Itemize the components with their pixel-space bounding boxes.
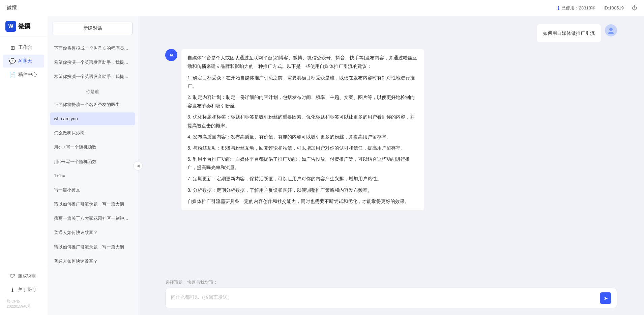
logo-area: W 微撰 [0, 16, 47, 36]
chat-icon: 💬 [9, 58, 16, 64]
list-item[interactable]: 请以如何推广引流为题，写一篇大纲 [50, 198, 135, 211]
sidebar-item-label: AI聊天 [18, 58, 32, 64]
avatar [605, 24, 617, 36]
conversation-list: 下面你将模拟成一个叫圣友的程序员，我说... 希望你扮演一个英语发音助手，我提供… [47, 41, 138, 315]
ai-message-para: 4. 发布高质量内容：发布高质量、有价值、有趣的内容可以吸引更多的粉丝，并提高用… [187, 133, 418, 141]
shield-icon: 🛡 [9, 273, 16, 279]
collapse-panel-button[interactable]: ◀ [133, 161, 143, 170]
ai-message-para: 3. 优化标题和标签：标题和标签是吸引粉丝的重要因素。优化标题和标签可以让更多的… [187, 113, 418, 130]
sidebar-item-copyright[interactable]: 🛡 版权说明 [3, 270, 44, 283]
info-icon: ℹ [558, 5, 559, 11]
quick-topics-label: 选择话题，快速与我对话： [165, 279, 617, 285]
list-item[interactable]: 希望你扮演一个英语发音助手，我提供给你... [50, 56, 135, 69]
list-item[interactable]: 普通人如何快速致富？ [50, 226, 135, 239]
conv-section-label: 你是谁 [50, 85, 135, 97]
chat-input-area: 选择话题，快速与我对话： ➤ [138, 275, 644, 315]
list-item[interactable]: 1+1＝ [50, 169, 135, 182]
logo-icon-text: W [8, 23, 13, 29]
topbar: 微撰 ℹ 已使用：28318字 ID:100519 ⏻ [0, 0, 644, 16]
list-item[interactable]: 希望你扮演一个英语发音助手，我提供给你... [50, 70, 135, 83]
chat-area: 如何用自媒体做推广引流 AI 自媒体平台是个人或团队通过互联网平台(如博客、微博… [138, 16, 644, 315]
new-conversation-button[interactable]: 新建对话 [53, 22, 133, 35]
sidebar-item-label: 稿件中心 [18, 72, 37, 78]
topbar-right: ℹ 已使用：28318字 ID:100519 ⏻ [558, 5, 637, 11]
list-item[interactable]: 请以如何推广引流为题，写一篇大纲 [50, 241, 135, 254]
nav-items: ⊞ 工作台 💬 AI聊天 📄 稿件中心 [0, 36, 47, 265]
user-message-text: 如何用自媒体做推广引流 [543, 30, 595, 36]
ai-avatar-label: AI [170, 53, 173, 57]
svg-point-0 [609, 28, 613, 31]
ai-message-para: 2. 制定内容计划：制定一份详细的内容计划，包括发布时间、频率、主题、文案、图片… [187, 93, 418, 110]
topbar-usage: ℹ 已使用：28318字 [558, 5, 595, 11]
left-nav: W 微撰 ⊞ 工作台 💬 AI聊天 📄 稿件中心 🛡 版权说明 [0, 16, 47, 315]
sidebar-item-label: 版权说明 [18, 273, 36, 279]
chat-messages: 如何用自媒体做推广引流 AI 自媒体平台是个人或团队通过互联网平台(如博客、微博… [138, 16, 644, 275]
list-item[interactable]: who are you [50, 112, 135, 125]
list-item[interactable]: 下面你将模拟成一个叫圣友的程序员，我说... [50, 42, 135, 55]
input-box: ➤ [165, 288, 617, 308]
list-item[interactable]: 用c++写一个随机函数 [50, 141, 135, 154]
sidebar-item-label: 工作台 [18, 45, 32, 51]
list-item[interactable]: 写一篇小黄文 [50, 184, 135, 196]
ai-message-para: 自媒体推广引流需要具备一定的内容创作和社交能力，同时也需要不断尝试和优化，才能取… [187, 197, 418, 206]
info-circle-icon: ℹ [9, 287, 16, 293]
list-item[interactable]: 撰写一篇关于八大家花园社区一刻钟便民生... [50, 212, 135, 225]
chat-input[interactable] [171, 294, 596, 302]
send-icon: ➤ [604, 295, 608, 301]
user-message-bubble: 如何用自媒体做推广引流 [537, 24, 601, 42]
conv-panel: 新建对话 下面你将模拟成一个叫圣友的程序员，我说... 希望你扮演一个英语发音助… [47, 16, 138, 315]
logo-text: 微撰 [18, 22, 30, 30]
ai-message-para: 6. 利用平台推广功能：自媒体平台都提供了推广功能，如广告投放、付费推广等，可以… [187, 155, 418, 172]
list-item[interactable]: 普通人如何快速致富？ [50, 255, 135, 268]
nav-footer: 🛡 版权说明 ℹ 关于我们 鄂ICP备2022015948号 [0, 265, 47, 315]
sidebar-item-workbench[interactable]: ⊞ 工作台 [3, 41, 44, 54]
ai-message-para: 8. 分析数据：定期分析数据，了解用户反馈和喜好，以便调整推广策略和内容发布频率… [187, 186, 418, 194]
sidebar-item-label: 关于我们 [18, 287, 36, 293]
icp-text: 鄂ICP备2022015948号 [0, 297, 47, 311]
svg-point-1 [608, 32, 614, 34]
power-icon[interactable]: ⏻ [632, 5, 637, 11]
send-button[interactable]: ➤ [600, 292, 611, 304]
sidebar-item-about[interactable]: ℹ 关于我们 [3, 283, 44, 296]
message-row: 如何用自媒体做推广引流 [165, 24, 617, 42]
logo-icon: W [5, 21, 16, 32]
list-item[interactable]: 下面你将扮演一个名叫圣友的医生 [50, 98, 135, 111]
ai-message-para: 7. 定期更新：定期更新内容，保持活跃度，可以让用户对你的内容产生兴趣，增加用户… [187, 175, 418, 183]
topbar-title: 微撰 [7, 5, 17, 11]
message-row: AI 自媒体平台是个人或团队通过互联网平台(如博客、微博、微信公众号、抖音、快手… [165, 49, 617, 210]
sidebar-item-component[interactable]: 📄 稿件中心 [3, 68, 44, 81]
grid-icon: ⊞ [9, 45, 16, 51]
ai-message-para: 1. 确定目标受众：在开始自媒体推广引流之前，需要明确目标受众是谁，以便在发布内… [187, 74, 418, 90]
ai-message-para: 5. 与粉丝互动：积极与粉丝互动，回复评论和私信，可以增加用户对你的认可和信任，… [187, 144, 418, 152]
ai-message-para: 自媒体平台是个人或团队通过互联网平台(如博客、微博、微信公众号、抖音、快手等)发… [187, 54, 418, 71]
avatar: AI [165, 49, 177, 61]
topbar-id: ID:100519 [604, 5, 624, 10]
user-avatar-icon [607, 27, 615, 34]
main-layout: W 微撰 ⊞ 工作台 💬 AI聊天 📄 稿件中心 🛡 版权说明 [0, 16, 644, 315]
ai-message-bubble: 自媒体平台是个人或团队通过互联网平台(如博客、微博、微信公众号、抖音、快手等)发… [181, 49, 424, 210]
list-item[interactable]: 怎么做狗屎炒肉 [50, 127, 135, 139]
sidebar-item-ai-chat[interactable]: 💬 AI聊天 [3, 55, 44, 68]
usage-text: 已使用：28318字 [561, 5, 595, 11]
document-icon: 📄 [9, 72, 16, 78]
list-item[interactable]: 用c++写一个随机函数 [50, 155, 135, 168]
